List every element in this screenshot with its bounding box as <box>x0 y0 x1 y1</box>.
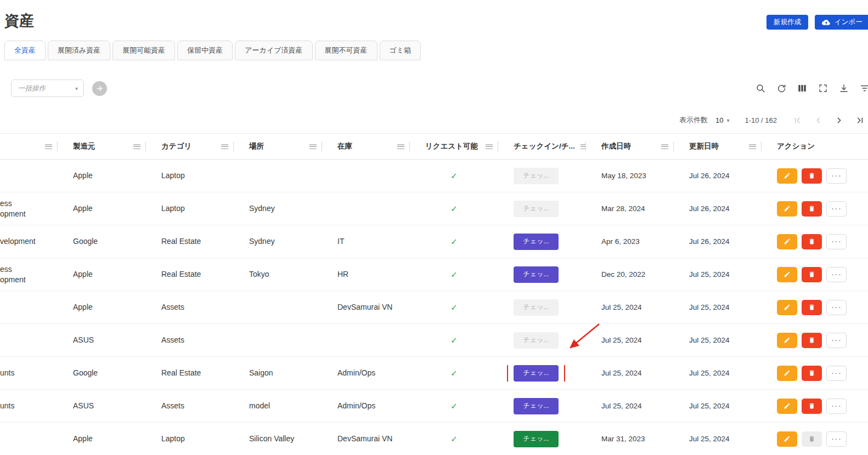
table-row: unts ASUS Assets model Admin/Ops ✓ チェッ..… <box>0 390 868 423</box>
created-date-cell: Mar 28, 2024 <box>586 203 674 214</box>
category-cell: Laptop <box>146 203 234 214</box>
tab-trash[interactable]: ゴミ箱 <box>380 41 421 60</box>
edit-button[interactable] <box>777 267 797 282</box>
column-menu-icon[interactable] <box>45 144 52 149</box>
manufacturer-cell: ASUS <box>58 401 146 411</box>
delete-button[interactable] <box>802 366 822 381</box>
checkin-button[interactable]: チェッ... <box>514 398 559 414</box>
actions-cell: ··· <box>762 168 868 184</box>
column-header-created: 作成日時 <box>586 134 674 159</box>
checkin-button[interactable]: チェッ... <box>514 234 559 250</box>
search-icon[interactable] <box>755 83 766 94</box>
apply-bulk-action-button[interactable] <box>92 81 107 96</box>
refresh-icon[interactable] <box>776 83 787 94</box>
checkin-button[interactable]: チェッ... <box>514 365 559 382</box>
edit-button[interactable] <box>777 300 797 315</box>
edit-button[interactable] <box>777 234 797 249</box>
category-cell: Assets <box>146 302 234 312</box>
column-header-label: 更新日時 <box>689 141 719 151</box>
edit-button[interactable] <box>777 168 797 184</box>
created-date-cell: Jul 25, 2024 <box>586 401 674 411</box>
edit-button[interactable] <box>777 431 797 447</box>
checkin-button[interactable]: チェッ... <box>514 168 559 184</box>
tab-archived-assets[interactable]: アーカイブ済資産 <box>235 41 312 60</box>
columns-icon[interactable] <box>797 83 808 94</box>
checkin-button[interactable]: チェッ... <box>514 299 559 316</box>
checkin-cell: チェッ... <box>498 299 586 316</box>
manufacturer-cell: Google <box>58 368 146 378</box>
column-menu-icon[interactable] <box>749 144 756 149</box>
stock-cell: DevSamurai VN <box>322 302 410 312</box>
column-header-label: カテゴリ <box>161 141 191 151</box>
table-row: Apple Laptop ✓ チェッ... May 18, 2023 Jul 2… <box>0 160 868 192</box>
fullscreen-icon[interactable] <box>818 83 828 94</box>
more-actions-button[interactable]: ··· <box>826 267 847 282</box>
delete-button[interactable] <box>802 201 822 217</box>
checkin-button[interactable]: チェッ... <box>514 332 559 349</box>
edit-button[interactable] <box>777 333 797 348</box>
checkin-button[interactable]: チェッ... <box>514 266 559 283</box>
more-actions-button[interactable]: ··· <box>826 201 847 217</box>
checkin-button[interactable]: チェッ... <box>514 201 559 217</box>
tab-deployed-assets[interactable]: 展開済み資産 <box>48 41 110 60</box>
column-menu-icon[interactable] <box>661 144 668 149</box>
column-menu-icon[interactable] <box>221 144 228 149</box>
checkin-button[interactable]: チェッ... <box>514 431 559 447</box>
bulk-action-select[interactable]: 一括操作 ▾ <box>11 79 84 97</box>
category-cell: Laptop <box>146 170 234 181</box>
requestable-check-icon: ✓ <box>410 302 498 312</box>
edit-button[interactable] <box>777 201 797 217</box>
manufacturer-cell: ASUS <box>58 335 146 345</box>
download-icon[interactable] <box>838 83 849 94</box>
delete-button[interactable] <box>802 300 822 315</box>
manufacturer-cell: Apple <box>58 302 146 312</box>
actions-cell: ··· <box>762 267 868 282</box>
asset-name-cell: unts <box>0 368 58 378</box>
location-cell: Sydney <box>234 236 322 247</box>
page-size-select[interactable]: 10 ▾ <box>715 116 730 124</box>
first-page-icon[interactable] <box>792 115 802 125</box>
tab-all-assets[interactable]: 全資産 <box>4 41 46 60</box>
more-actions-button[interactable]: ··· <box>826 168 847 184</box>
column-header-checkin: チェックイン/チ... <box>498 134 586 159</box>
delete-button[interactable] <box>802 168 822 184</box>
asset-name-cell: velopment <box>0 236 58 247</box>
asset-name-cell: essopment <box>0 264 58 285</box>
filter-icon[interactable] <box>859 83 868 94</box>
updated-date-cell: Jul 25, 2024 <box>674 335 762 345</box>
tab-pending-assets[interactable]: 保留中資産 <box>177 41 233 60</box>
tab-deployable-assets[interactable]: 展開可能資産 <box>112 41 175 60</box>
requestable-check-icon: ✓ <box>410 401 498 411</box>
edit-button[interactable] <box>777 366 797 381</box>
column-menu-icon[interactable] <box>309 144 317 149</box>
tab-undeployable-assets[interactable]: 展開不可資産 <box>315 41 377 60</box>
more-actions-button[interactable]: ··· <box>826 431 847 447</box>
next-page-icon[interactable] <box>834 115 844 125</box>
column-menu-icon[interactable] <box>580 144 586 149</box>
delete-button[interactable] <box>802 234 822 249</box>
delete-button[interactable] <box>802 399 822 414</box>
column-header-location: 場所 <box>234 134 322 159</box>
table-row: ASUS Assets ✓ チェッ... Jul 25, 2024 Jul 25… <box>0 324 868 357</box>
previous-page-icon[interactable] <box>813 115 823 125</box>
updated-date-cell: Jul 25, 2024 <box>674 434 762 444</box>
edit-button[interactable] <box>777 399 797 414</box>
column-menu-icon[interactable] <box>397 144 404 149</box>
delete-button[interactable] <box>802 333 822 348</box>
column-menu-icon[interactable] <box>133 144 140 149</box>
import-button[interactable]: インポー <box>815 15 868 30</box>
delete-button[interactable] <box>802 267 822 282</box>
location-cell: Tokyo <box>234 269 322 280</box>
updated-date-cell: Jul 25, 2024 <box>674 302 762 312</box>
column-menu-icon[interactable] <box>486 144 493 149</box>
create-button[interactable]: 新規作成 <box>766 15 808 30</box>
pagination-bar: 表示件数 10 ▾ 1-10 / 162 <box>0 107 868 133</box>
more-actions-button[interactable]: ··· <box>826 366 847 381</box>
actions-cell: ··· <box>762 201 868 217</box>
more-actions-button[interactable]: ··· <box>826 300 847 315</box>
more-actions-button[interactable]: ··· <box>826 399 847 414</box>
more-actions-button[interactable]: ··· <box>826 333 847 348</box>
more-actions-button[interactable]: ··· <box>826 234 847 249</box>
last-page-icon[interactable] <box>855 115 865 125</box>
delete-button[interactable] <box>802 431 822 447</box>
